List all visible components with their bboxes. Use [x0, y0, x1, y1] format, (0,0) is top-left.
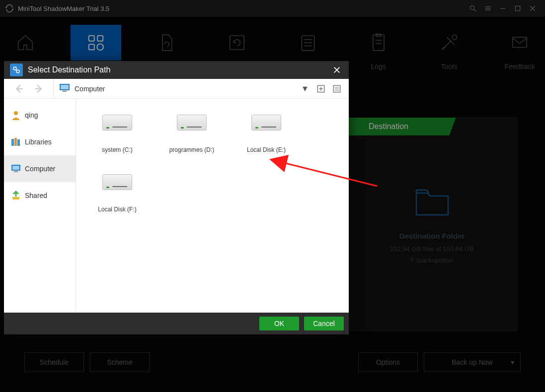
- svg-rect-32: [63, 91, 67, 92]
- drive-icon: [177, 111, 207, 131]
- sidebar-item-shared[interactable]: Shared: [4, 182, 76, 209]
- dialog-close-button[interactable]: [331, 64, 343, 76]
- breadcrumb[interactable]: Computer: [54, 79, 293, 98]
- shared-icon: [11, 191, 21, 200]
- drive-label: programmes (D:): [169, 146, 215, 153]
- svg-point-24: [13, 67, 16, 70]
- view-list-button[interactable]: [331, 83, 343, 95]
- sidebar-label: Libraries: [25, 138, 52, 146]
- drive-label: system (C:): [102, 146, 132, 153]
- drive-icon: [251, 111, 281, 131]
- svg-rect-43: [17, 139, 20, 146]
- dialog-sidebar: qing Libraries Computer Shared: [4, 99, 76, 313]
- user-icon: [11, 110, 21, 120]
- breadcrumb-text: Computer: [75, 85, 105, 93]
- svg-point-25: [16, 70, 19, 73]
- path-bar: Computer ▼: [4, 79, 349, 99]
- dialog-title: Select Destination Path: [28, 65, 110, 74]
- svg-rect-42: [14, 138, 17, 146]
- drive-icon: [102, 170, 132, 190]
- libraries-icon: [11, 137, 21, 147]
- sidebar-label: Shared: [25, 192, 47, 199]
- sidebar-label: Computer: [25, 165, 55, 173]
- sidebar-item-user[interactable]: qing: [4, 102, 76, 129]
- drive-item[interactable]: programmes (D:): [155, 105, 229, 164]
- computer-icon: [59, 83, 71, 94]
- cancel-button[interactable]: Cancel: [304, 317, 344, 330]
- select-destination-dialog: Select Destination Path Computer ▼ qing: [4, 61, 349, 334]
- nav-back-button[interactable]: [11, 81, 26, 96]
- drive-label: Local Disk (E:): [247, 146, 286, 153]
- sidebar-item-libraries[interactable]: Libraries: [4, 129, 76, 155]
- sidebar-item-computer[interactable]: Computer: [4, 155, 76, 182]
- dialog-footer: OK Cancel: [4, 313, 349, 334]
- dialog-header: Select Destination Path: [4, 61, 349, 79]
- sidebar-label: qing: [25, 111, 38, 119]
- dialog-body: qing Libraries Computer Shared system (C…: [4, 99, 349, 313]
- drive-item[interactable]: Local Disk (F:): [80, 164, 155, 224]
- drive-pane: system (C:) programmes (D:) Local Disk (…: [76, 99, 349, 313]
- svg-point-40: [14, 111, 18, 115]
- drive-item[interactable]: system (C:): [80, 105, 155, 164]
- dialog-icon: [10, 64, 23, 76]
- svg-rect-45: [12, 166, 19, 170]
- drive-label: Local Disk (F:): [98, 206, 136, 213]
- new-folder-button[interactable]: [315, 83, 327, 95]
- ok-button[interactable]: OK: [259, 317, 299, 330]
- dropdown-icon[interactable]: ▼: [299, 83, 311, 95]
- svg-rect-31: [61, 85, 69, 89]
- drive-item[interactable]: Local Disk (E:): [229, 105, 304, 164]
- svg-rect-47: [12, 197, 19, 199]
- svg-rect-46: [14, 171, 18, 172]
- nav-forward-button[interactable]: [31, 81, 46, 96]
- computer-icon: [11, 164, 21, 174]
- svg-rect-41: [11, 139, 14, 146]
- drive-icon: [102, 111, 132, 131]
